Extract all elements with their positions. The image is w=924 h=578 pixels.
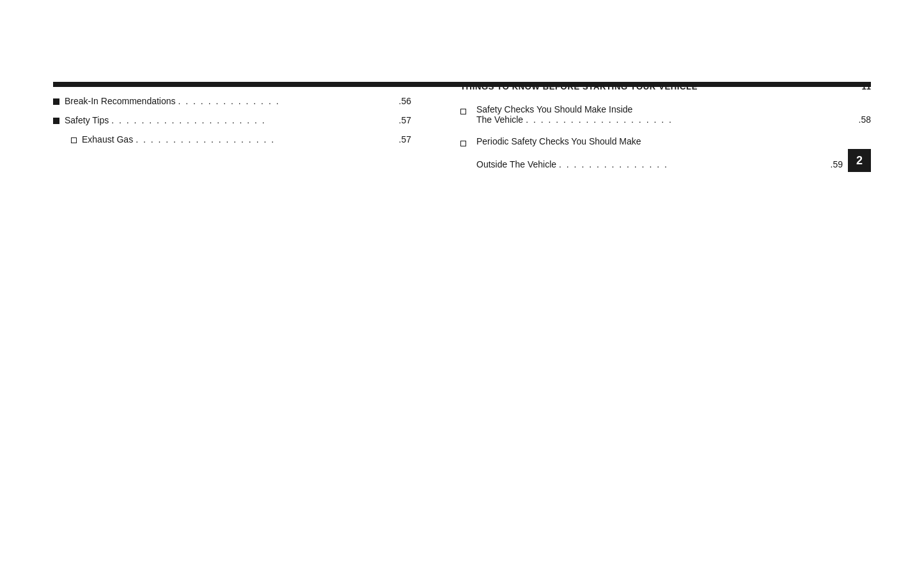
toc-entry-break-in: Break-In Recommendations . . . . . . . .…: [53, 96, 411, 106]
section-title: THINGS TO KNOW BEFORE STARTING YOUR VEHI…: [460, 82, 698, 91]
toc-label: Exhaust Gas: [82, 134, 133, 144]
toc-dots: . . . . . . . . . . . . . . .: [559, 159, 827, 169]
header-page-number: 11: [862, 82, 871, 91]
toc-page: .57: [399, 115, 411, 125]
bullet-area: [460, 105, 471, 116]
toc-label: Safety Tips: [65, 115, 109, 125]
toc-entry-periodic-safety-checks: Periodic Safety Checks You Should Make O…: [460, 136, 871, 169]
bullet-filled-icon: [53, 98, 59, 105]
bullet-empty-icon: [460, 141, 466, 146]
text-area: Safety Checks You Should Make Inside The…: [476, 104, 871, 125]
toc-entry-safety-checks-inside: Safety Checks You Should Make Inside The…: [460, 104, 871, 125]
toc-dots: . . . . . . . . . . . . . . . . . . . . …: [111, 115, 396, 125]
entry-second-row: The Vehicle . . . . . . . . . . . . . . …: [476, 114, 871, 125]
toc-page: .56: [399, 96, 411, 106]
entry-first-row: Safety Checks You Should Make Inside: [476, 104, 871, 114]
entry-line2: The Vehicle: [476, 114, 523, 125]
entry-line1: Safety Checks You Should Make Inside: [476, 104, 632, 114]
entry-line1: Periodic Safety Checks You Should Make: [476, 136, 641, 146]
entry-first-row: Periodic Safety Checks You Should Make: [476, 136, 871, 146]
toc-page: .58: [859, 114, 871, 125]
bullet-empty-icon: [71, 137, 77, 143]
toc-page: .57: [399, 134, 411, 144]
chapter-badge: 2: [848, 149, 871, 172]
left-column: Break-In Recommendations . . . . . . . .…: [53, 96, 411, 153]
toc-page: .59: [831, 159, 843, 169]
bullet-filled-icon: [53, 118, 59, 124]
toc-entry-safety-tips: Safety Tips . . . . . . . . . . . . . . …: [53, 115, 411, 125]
toc-label: Break-In Recommendations: [65, 96, 176, 106]
toc-dots: . . . . . . . . . . . . . .: [178, 96, 396, 106]
toc-entry-exhaust-gas: Exhaust Gas . . . . . . . . . . . . . . …: [53, 134, 411, 144]
toc-dots: . . . . . . . . . . . . . . . . . . . .: [526, 114, 856, 125]
bullet-area: [460, 137, 471, 148]
right-header: THINGS TO KNOW BEFORE STARTING YOUR VEHI…: [460, 82, 871, 91]
entry-second-row: Outside The Vehicle . . . . . . . . . . …: [476, 146, 871, 169]
bullet-empty-icon: [460, 109, 466, 114]
toc-dots: . . . . . . . . . . . . . . . . . . .: [136, 134, 396, 144]
page-container: Break-In Recommendations . . . . . . . .…: [0, 0, 924, 578]
entry-line2: Outside The Vehicle: [476, 159, 556, 169]
text-area: Periodic Safety Checks You Should Make O…: [476, 136, 871, 169]
right-column: THINGS TO KNOW BEFORE STARTING YOUR VEHI…: [460, 82, 871, 181]
